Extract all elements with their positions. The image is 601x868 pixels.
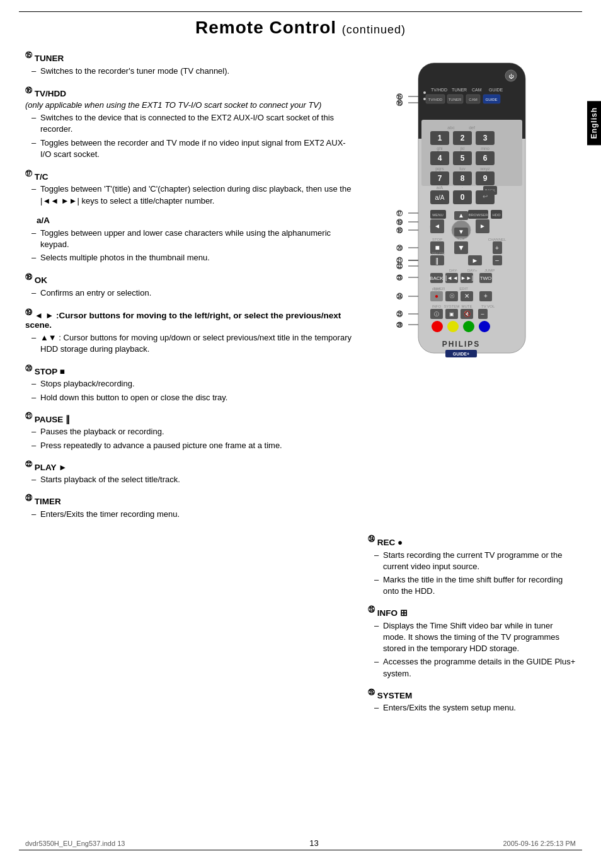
- svg-point-9: [423, 91, 426, 94]
- svg-text:+: +: [495, 245, 499, 252]
- svg-text:㉓: ㉓: [396, 274, 403, 281]
- svg-text:⑯: ⑯: [396, 100, 403, 107]
- svg-text:+: +: [484, 292, 488, 299]
- svg-text:►: ►: [479, 223, 486, 229]
- section-info-bullets: Displays the Time Shift video bar while …: [368, 620, 576, 680]
- svg-text:㉒: ㉒: [396, 262, 403, 270]
- section-tuner-title: ⑮ TUNER: [25, 50, 355, 63]
- svg-text:wxyz: wxyz: [479, 166, 490, 171]
- footer-right: 2005-09-16 2:25:13 PM: [503, 840, 576, 847]
- list-item: Toggles between 'T'(title) and 'C'(chapt…: [31, 183, 355, 206]
- list-item: Stops playback/recording.: [31, 378, 355, 390]
- section-tuner-bullets: Switches to the recorder's tuner mode (T…: [25, 66, 355, 77]
- right-column: ⏻ TV/HDD TUNER CAM GUIDE TV/HDD TUNER CA…: [368, 50, 576, 529]
- list-item: Enters/Exits the timer recording menu.: [31, 509, 355, 520]
- continued-label: (continued): [342, 23, 406, 36]
- svg-text:PLAY: PLAY: [459, 238, 469, 241]
- svg-text:✕: ✕: [464, 292, 469, 299]
- list-item: Accesses the programme details in the GU…: [374, 656, 576, 679]
- list-item: Switches to the recorder's tuner mode (T…: [31, 66, 355, 77]
- section-ok-bullets: Confirms an entry or selection.: [25, 287, 355, 299]
- section-pause: ㉑ PAUSE ‖ Pauses the playback or recordi…: [25, 412, 355, 451]
- svg-text:⑳: ⑳: [396, 245, 403, 252]
- svg-text:⑱: ⑱: [396, 227, 403, 234]
- section-rec-title: ㉔ REC ●: [368, 535, 576, 547]
- svg-text:jkl: jkl: [460, 146, 465, 151]
- svg-text:1: 1: [438, 134, 442, 142]
- list-item: Displays the Time Shift video bar while …: [374, 620, 576, 655]
- section-play-title: ㉒ PLAY ►: [25, 460, 355, 472]
- svg-point-10: [423, 98, 426, 100]
- section-system-bullets: Enters/Exits the system setup menu.: [368, 702, 576, 714]
- svg-text:▣: ▣: [449, 311, 454, 317]
- page-number: 13: [309, 838, 318, 848]
- section-tvhdd-italic: (only applicable when using the EXT1 TO …: [25, 100, 355, 110]
- svg-point-145: [463, 321, 474, 332]
- list-item: ▲▼ : Cursor buttons for moving up/down o…: [31, 332, 355, 355]
- section-aa-bullets: Toggles between upper and lower case cha…: [25, 228, 355, 264]
- left-column: ⑮ TUNER Switches to the recorder's tuner…: [25, 50, 355, 529]
- svg-text:ⓘ: ⓘ: [434, 311, 439, 317]
- svg-text:BACK: BACK: [430, 275, 444, 281]
- svg-text:㉖: ㉖: [396, 321, 403, 328]
- section-cursor-title: ⑲ ◄ ► :Cursor buttons for moving to the …: [25, 308, 355, 330]
- section-stop-title: ⑳ STOP ■: [25, 364, 355, 376]
- section-tvhdd-title: ⑯ TV/HDD: [25, 86, 355, 98]
- svg-text:pqrs: pqrs: [435, 166, 444, 171]
- svg-text:a/A: a/A: [437, 185, 444, 190]
- section-tvhdd: ⑯ TV/HDD (only applicable when using the…: [25, 86, 355, 160]
- svg-text:TV/HDD: TV/HDD: [428, 98, 443, 101]
- svg-text:4: 4: [438, 154, 442, 163]
- svg-text:REC: REC: [432, 287, 440, 291]
- english-tab: English: [587, 101, 601, 145]
- svg-text:☉: ☉: [449, 292, 455, 299]
- section-stop: ⑳ STOP ■ Stops playback/recording. Hold …: [25, 364, 355, 403]
- bottom-content: ㉔ REC ● Starts recording the current TV …: [0, 535, 601, 722]
- svg-text:INFO: INFO: [432, 304, 442, 308]
- bottom-right: ㉔ REC ● Starts recording the current TV …: [368, 535, 576, 722]
- svg-text:▲: ▲: [458, 212, 464, 219]
- list-item: Switches to the device that is connected…: [31, 112, 355, 135]
- svg-text:►: ►: [472, 257, 479, 264]
- section-rec-bullets: Starts recording the current TV programm…: [368, 550, 576, 598]
- section-info-title: ㉕ INFO ⊞: [368, 606, 576, 618]
- section-tc-bullets: Toggles between 'T'(title) and 'C'(chapt…: [25, 183, 355, 206]
- svg-text:def: def: [469, 125, 475, 130]
- svg-text:↩: ↩: [483, 193, 488, 200]
- section-rec: ㉔ REC ● Starts recording the current TV …: [368, 535, 576, 597]
- svg-text:8: 8: [461, 174, 465, 183]
- svg-text:abc: abc: [447, 125, 455, 130]
- svg-text:◄: ◄: [434, 223, 440, 229]
- section-tc: ⑰ T/C Toggles between 'T'(title) and 'C'…: [25, 169, 355, 207]
- svg-point-146: [479, 321, 490, 332]
- svg-point-144: [447, 321, 459, 332]
- svg-text:TUNER: TUNER: [449, 98, 462, 101]
- svg-text:·: ·: [462, 185, 463, 190]
- list-item: Enters/Exits the system setup menu.: [374, 702, 576, 714]
- section-cursor: ⑲ ◄ ► :Cursor buttons for moving to the …: [25, 308, 355, 355]
- svg-text:DAY+: DAY+: [467, 269, 478, 272]
- svg-text:BROWSER: BROWSER: [468, 213, 488, 217]
- svg-text:DAY-: DAY-: [449, 269, 457, 272]
- svg-text:HDD: HDD: [493, 213, 501, 217]
- svg-text:3: 3: [483, 134, 488, 142]
- section-system-title: ㉖ SYSTEM: [368, 688, 576, 700]
- section-aa-title: a/A: [25, 216, 355, 225]
- footer: dvdr5350H_EU_Eng537.indd 13 13 2005-09-1…: [25, 838, 576, 848]
- section-pause-title: ㉑ PAUSE ‖: [25, 412, 355, 424]
- svg-text:mno: mno: [481, 146, 489, 151]
- svg-text:㉕: ㉕: [396, 310, 403, 318]
- remote-container: ⏻ TV/HDD TUNER CAM GUIDE TV/HDD TUNER CA…: [368, 50, 576, 391]
- svg-text:CAM: CAM: [469, 98, 477, 101]
- svg-text:MENU: MENU: [432, 213, 444, 217]
- svg-text:0: 0: [461, 193, 465, 202]
- bottom-left: [25, 535, 355, 722]
- svg-text:●: ●: [435, 292, 438, 299]
- svg-text:MUTE: MUTE: [462, 304, 472, 308]
- list-item: Starts recording the current TV programm…: [374, 550, 576, 572]
- svg-text:5: 5: [461, 154, 465, 163]
- section-pause-bullets: Pauses the playback or recording. Press …: [25, 426, 355, 451]
- svg-text:7: 7: [438, 174, 442, 183]
- svg-text:▼: ▼: [458, 228, 464, 235]
- svg-text:SYSTEM: SYSTEM: [444, 304, 460, 308]
